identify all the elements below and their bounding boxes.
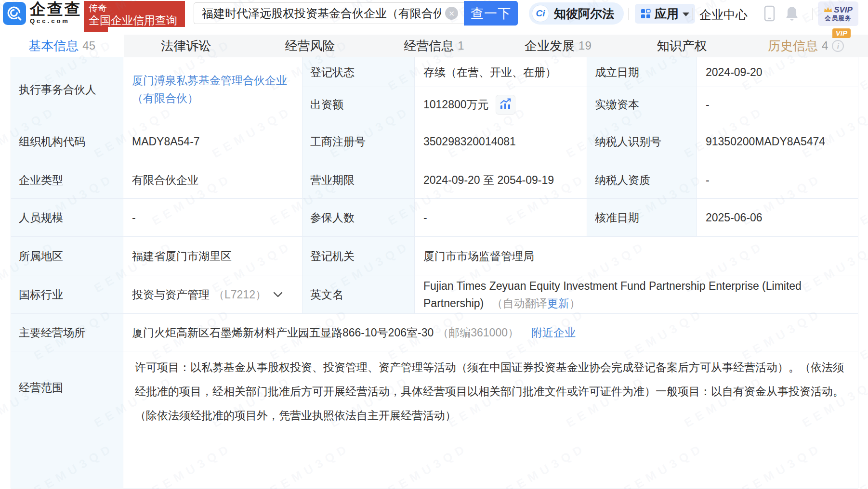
- field-label-business-scope: 经营范围: [11, 351, 123, 488]
- field-label-region: 所属地区: [11, 237, 123, 275]
- tab-intellectual-property[interactable]: 知识产权: [620, 35, 744, 57]
- company-info-table: 执行事务合伙人 厦门溥泉私募基金管理合伙企业（有限合伙） 登记状态 存续（在营、…: [11, 57, 858, 489]
- slogan-line1: 传奇: [89, 2, 180, 14]
- zhibi-alpha-label: 知彼阿尔法: [554, 6, 614, 22]
- field-value-insured-count: -: [415, 199, 587, 236]
- notifications-bell-icon[interactable]: [785, 6, 799, 23]
- ribbon-tail: [84, 27, 108, 32]
- tab-count: 1: [458, 39, 464, 52]
- tab-label: 经营信息: [404, 38, 454, 54]
- mobile-app-icon[interactable]: [764, 5, 775, 24]
- field-label-address: 主要经营场所: [11, 314, 123, 351]
- field-value-establish-date: 2024-09-20: [697, 57, 858, 87]
- field-value-contribution: 1012800万元: [415, 87, 587, 122]
- slogan-ribbon: 传奇 全国企业信用查询: [84, 1, 185, 27]
- field-value-staff-size: -: [123, 199, 302, 236]
- field-value-business-scope: 许可项目：以私募基金从事股权投资、投资管理、资产管理等活动（须在中国证券投资基金…: [123, 351, 858, 488]
- chevron-down-icon: [683, 13, 689, 16]
- search-button[interactable]: 查一下: [464, 1, 518, 26]
- watermark-text: EEMU3QD: [857, 171, 868, 228]
- enterprise-center-link[interactable]: 企业中心: [699, 7, 748, 23]
- qcc-logo-text[interactable]: 企查查 Qcc.com: [30, 1, 82, 25]
- search-input[interactable]: 福建时代泽远股权投资基金合伙企业（有限合伙: [194, 2, 464, 24]
- qcc-company-page: 企查查 Qcc.com 传奇 全国企业信用查询 福建时代泽远股权投资基金合伙企业…: [0, 0, 868, 489]
- field-label-reg-status: 登记状态: [302, 57, 414, 87]
- tab-count: 45: [82, 39, 95, 52]
- field-label-staff-size: 人员规模: [11, 199, 123, 236]
- field-label-reg-authority: 登记机关: [302, 237, 414, 275]
- translate-update-link[interactable]: 更新: [547, 297, 569, 309]
- apps-grid-icon: [641, 9, 651, 19]
- industry-chevron-down-icon[interactable]: [273, 292, 283, 297]
- divider: [628, 8, 629, 20]
- auto-translate-note: （自动翻译: [492, 297, 547, 309]
- field-label-business-term: 营业期限: [302, 161, 414, 198]
- zhibi-alpha-icon: Ci: [532, 5, 549, 22]
- executive-partner-link[interactable]: 厦门溥泉私募基金管理合伙企业（有限合伙）: [132, 72, 293, 107]
- watermark-text: EEMU3QD: [857, 306, 868, 362]
- field-label-insured-count: 参保人数: [302, 199, 414, 236]
- tab-operating-risk[interactable]: 经营风险: [248, 35, 372, 57]
- field-value-industry: 投资与资产管理 （L7212）: [123, 275, 302, 313]
- tab-basic-info[interactable]: 基本信息 45: [0, 35, 124, 57]
- tab-label: 企业发展: [525, 38, 575, 54]
- contribution-amount: 1012800万元: [423, 96, 489, 113]
- watermark-text: EEMU3QD: [857, 440, 868, 489]
- divider: [812, 8, 813, 20]
- tab-label: 法律诉讼: [161, 38, 211, 54]
- field-label-approval-date: 核准日期: [587, 199, 697, 236]
- field-value-english-name: Fujian Times Zeyuan Equity Investment Fu…: [415, 275, 858, 313]
- field-value-reg-status: 存续（在营、开业、在册）: [415, 57, 587, 87]
- tab-count: 19: [579, 39, 592, 52]
- brand-domain: Qcc.com: [30, 17, 82, 25]
- field-label-org-code: 组织机构代码: [11, 122, 123, 161]
- address-text: 厦门火炬高新区石墨烯新材料产业园五显路866-10号206室-30: [132, 324, 434, 341]
- field-value-taxpayer-quality: -: [697, 161, 858, 198]
- info-icon[interactable]: [832, 40, 844, 52]
- divider: [692, 8, 693, 20]
- svip-membership-badge[interactable]: SVIP 会员服务: [818, 1, 858, 26]
- slogan-line2: 全国企业信用查询: [89, 14, 180, 26]
- field-value-org-code: MADY8A54-7: [123, 122, 302, 161]
- industry-code: （L7212）: [213, 286, 266, 303]
- field-label-reg-number: 工商注册号: [302, 122, 414, 161]
- svip-label: SVIP: [834, 5, 853, 14]
- tab-label: 历史信息: [768, 38, 818, 54]
- field-value-executive-partner: 厦门溥泉私募基金管理合伙企业（有限合伙）: [123, 57, 302, 122]
- field-label-executive-partner: 执行事务合伙人: [11, 57, 123, 122]
- capital-trend-chart-icon[interactable]: [496, 95, 515, 115]
- field-value-region: 福建省厦门市湖里区: [123, 237, 302, 275]
- tab-enterprise-development[interactable]: 企业发展 19: [496, 35, 620, 57]
- apps-label: 应用: [655, 6, 679, 22]
- tab-operating-info[interactable]: 经营信息 1: [372, 35, 496, 57]
- industry-name: 投资与资产管理: [132, 286, 210, 303]
- clear-search-icon[interactable]: [445, 7, 458, 20]
- section-tabbar: 基本信息 45 法律诉讼 经营风险 经营信息 1 企业发展 19 知识产权 VI…: [0, 35, 868, 57]
- address-postcode: （邮编361000）: [437, 324, 519, 341]
- svip-sublabel: 会员服务: [825, 14, 852, 22]
- auto-translate-note-close: ）: [569, 297, 580, 309]
- english-name-text: Fujian Times Zeyuan Equity Investment Fu…: [423, 280, 802, 309]
- field-value-paid-capital: -: [697, 87, 858, 122]
- field-label-establish-date: 成立日期: [587, 57, 697, 87]
- field-value-taxpayer-id: 91350200MADY8A5474: [697, 122, 858, 161]
- field-label-paid-capital: 实缴资本: [587, 87, 697, 122]
- site-header: 企查查 Qcc.com 传奇 全国企业信用查询 福建时代泽远股权投资基金合伙企业…: [0, 0, 868, 27]
- field-label-contribution: 出资额: [302, 87, 414, 122]
- apps-menu[interactable]: 应用: [635, 4, 695, 24]
- zhibi-alpha-link[interactable]: Ci 知彼阿尔法: [529, 2, 624, 25]
- field-label-industry: 国标行业: [11, 275, 123, 313]
- field-label-taxpayer-id: 纳税人识别号: [587, 122, 697, 161]
- tab-legal-litigation[interactable]: 法律诉讼: [124, 35, 248, 57]
- field-value-reg-number: 350298320014081: [415, 122, 587, 161]
- field-value-address: 厦门火炬高新区石墨烯新材料产业园五显路866-10号206室-30 （邮编361…: [123, 314, 858, 351]
- crown-icon: [824, 7, 832, 13]
- vip-badge: VIP: [832, 28, 851, 38]
- tab-count: 4: [822, 39, 828, 52]
- nearby-companies-link[interactable]: 附近企业: [531, 324, 576, 341]
- tab-history-info[interactable]: VIP 历史信息 4: [744, 35, 868, 57]
- search-value: 福建时代泽远股权投资基金合伙企业（有限合伙: [202, 6, 441, 21]
- qcc-logo-icon[interactable]: [3, 2, 26, 25]
- field-value-company-type: 有限合伙企业: [123, 161, 302, 198]
- field-label-company-type: 企业类型: [11, 161, 123, 198]
